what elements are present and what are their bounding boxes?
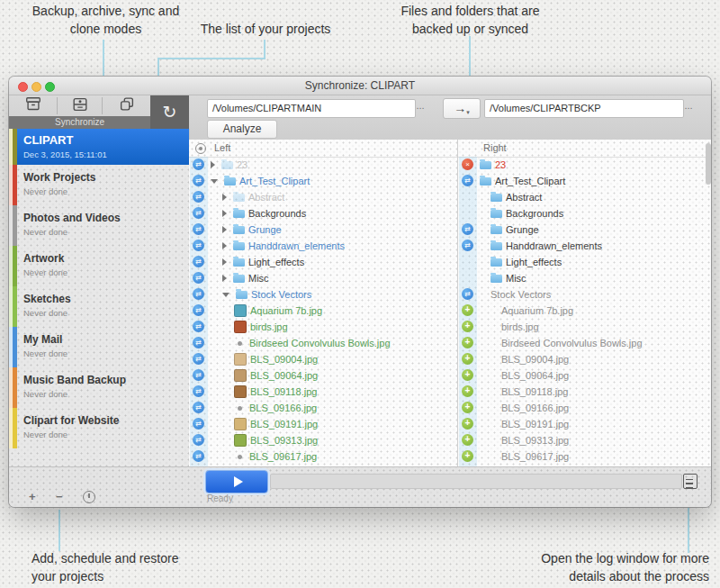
sidebar-project-artwork[interactable]: ArtworkNever done xyxy=(9,246,189,286)
left-file-row[interactable]: ⇄BLS_09118.jpg xyxy=(189,384,457,400)
add-status-icon[interactable]: + xyxy=(462,353,473,365)
add-status-icon[interactable]: + xyxy=(462,402,473,413)
sync-status-icon[interactable]: ⇄ xyxy=(193,434,204,446)
right-file-row[interactable]: +BLS_09064.jpg xyxy=(458,367,711,384)
left-file-row[interactable]: ⇄23 xyxy=(189,157,457,173)
right-file-row[interactable]: Backgrounds xyxy=(458,205,711,222)
left-file-row[interactable]: ⇄BLS_09617.jpg xyxy=(189,448,457,465)
right-file-row[interactable]: ×23 xyxy=(458,157,711,173)
sidebar-project-clipart-for-website[interactable]: Clipart for WebsiteNever done xyxy=(9,408,189,448)
left-file-row[interactable]: ⇄Light_effects xyxy=(189,254,457,270)
sidebar-project-clipart[interactable]: CLIPARTDec 3, 2015, 15:11:01 xyxy=(9,129,189,165)
right-file-row[interactable]: +BLS_09191.jpg xyxy=(458,416,711,432)
synchronize-mode-button[interactable]: ↻ xyxy=(150,95,189,129)
sidebar-project-my-mail[interactable]: My MailNever done xyxy=(9,327,189,367)
right-file-row[interactable]: ⇄Handdrawn_elements xyxy=(458,238,711,254)
scrollbar-thumb[interactable] xyxy=(706,143,711,185)
sync-status-icon[interactable]: ⇄ xyxy=(193,369,204,381)
disclosure-triangle[interactable] xyxy=(211,179,218,184)
left-file-row[interactable]: ⇄Stock Vectors xyxy=(189,286,457,303)
gear-icon[interactable] xyxy=(195,143,206,154)
right-file-row[interactable]: Misc xyxy=(458,270,711,286)
run-sync-button[interactable] xyxy=(205,470,268,493)
right-file-row[interactable]: +BLS_09617.jpg xyxy=(458,448,711,465)
left-file-row[interactable]: ⇄BLS_09064.jpg xyxy=(189,367,457,384)
disclosure-triangle[interactable] xyxy=(222,258,227,266)
right-file-row[interactable]: ⇄Art_Test_Clipart xyxy=(458,173,711,189)
disclosure-triangle[interactable] xyxy=(222,194,227,201)
disclosure-triangle[interactable] xyxy=(222,293,230,297)
left-file-row[interactable]: ⇄Art_Test_Clipart xyxy=(189,173,457,189)
sync-status-icon[interactable]: ⇄ xyxy=(193,321,204,332)
sync-status-icon[interactable]: ⇄ xyxy=(193,207,204,219)
sync-status-icon[interactable]: ⇄ xyxy=(193,191,204,203)
sync-status-icon[interactable]: ⇄ xyxy=(193,418,204,430)
add-status-icon[interactable]: + xyxy=(462,385,473,397)
title-bar[interactable]: Synchronize: CLIPART xyxy=(9,77,711,95)
add-status-icon[interactable]: + xyxy=(462,369,473,381)
sync-status-icon[interactable]: ⇄ xyxy=(462,240,473,251)
right-file-row[interactable]: +Birdseed Convolvulus Bowls.jpg xyxy=(458,335,711,351)
left-file-row[interactable]: ⇄Backgrounds xyxy=(189,205,457,222)
left-file-row[interactable]: ⇄Abstract xyxy=(189,189,457,205)
add-status-icon[interactable]: + xyxy=(462,337,473,348)
sync-status-icon[interactable]: ⇄ xyxy=(193,175,204,186)
left-file-row[interactable]: ⇄Grunge xyxy=(189,222,457,238)
sync-status-icon[interactable]: ⇄ xyxy=(193,385,204,397)
sync-status-icon[interactable]: ⇄ xyxy=(462,223,473,235)
disclosure-triangle[interactable] xyxy=(222,242,227,249)
archive-mode-button[interactable] xyxy=(58,95,102,116)
right-file-row[interactable]: +BLS_09313.jpg xyxy=(458,432,711,448)
log-window-icon[interactable] xyxy=(683,474,698,489)
right-file-row[interactable]: Light_effects xyxy=(458,254,711,270)
right-file-row[interactable]: ⇄Grunge xyxy=(458,222,711,238)
sync-status-icon[interactable]: ⇄ xyxy=(193,337,204,348)
left-file-row[interactable]: ⇄Aquarium 7b.jpg xyxy=(189,303,457,319)
right-file-row[interactable]: +Aquarium 7b.jpg xyxy=(458,303,711,319)
right-file-row[interactable]: ⇄Stock Vectors xyxy=(458,286,711,303)
sync-status-icon[interactable]: ⇄ xyxy=(193,402,204,413)
disclosure-triangle[interactable] xyxy=(211,161,215,168)
add-status-icon[interactable]: + xyxy=(462,450,473,462)
sync-status-icon[interactable]: ⇄ xyxy=(193,450,204,462)
sync-status-icon[interactable]: ⇄ xyxy=(462,175,473,186)
analyze-button[interactable]: Analyze xyxy=(207,120,277,139)
right-browse-button[interactable]: ... xyxy=(680,101,697,114)
add-status-icon[interactable]: + xyxy=(462,418,473,430)
disclosure-triangle[interactable] xyxy=(222,210,227,217)
disclosure-triangle[interactable] xyxy=(222,275,227,282)
error-status-icon[interactable]: × xyxy=(462,158,473,170)
add-status-icon[interactable]: + xyxy=(462,434,473,446)
left-file-row[interactable]: ⇄Misc xyxy=(189,270,457,286)
left-file-row[interactable]: ⇄BLS_09166.jpg xyxy=(189,400,457,416)
left-file-row[interactable]: ⇄Handdrawn_elements xyxy=(189,238,457,254)
sync-status-icon[interactable]: ⇄ xyxy=(193,256,204,267)
sidebar-project-sketches[interactable]: SketchesNever done xyxy=(9,286,189,327)
add-status-icon[interactable]: + xyxy=(462,304,473,316)
right-path-field[interactable]: /Volumes/CLIPARTBCKP xyxy=(484,99,684,118)
right-file-row[interactable]: +BLS_09004.jpg xyxy=(458,351,711,367)
left-browse-button[interactable]: ... xyxy=(412,101,428,114)
disclosure-triangle[interactable] xyxy=(222,226,227,233)
left-path-field[interactable]: /Volumes/CLIPARTMAIN xyxy=(207,99,416,118)
left-file-row[interactable]: ⇄Birdseed Convolvulus Bowls.jpg xyxy=(189,335,457,351)
sync-status-icon[interactable]: ⇄ xyxy=(193,158,204,170)
right-file-row[interactable]: +birds.jpg xyxy=(458,319,711,335)
right-file-row[interactable]: +BLS_09166.jpg xyxy=(458,400,711,416)
left-file-row[interactable]: ⇄BLS_09004.jpg xyxy=(189,351,457,367)
sync-status-icon[interactable]: ⇄ xyxy=(193,223,204,235)
sync-status-icon[interactable]: ⇄ xyxy=(193,288,204,300)
right-file-row[interactable]: +BLS_09118.jpg xyxy=(458,384,711,400)
sync-status-icon[interactable]: ⇄ xyxy=(193,272,204,284)
schedule-clock-icon[interactable] xyxy=(83,491,95,503)
add-project-button[interactable]: + xyxy=(29,490,36,503)
sidebar-project-music-band-backup[interactable]: Music Band BackupNever done xyxy=(9,367,189,408)
sync-status-icon[interactable]: ⇄ xyxy=(193,304,204,316)
backup-mode-button[interactable] xyxy=(9,95,57,116)
sync-status-icon[interactable]: ⇄ xyxy=(193,353,204,365)
sync-direction-button[interactable]: →▾ xyxy=(443,98,481,119)
left-file-row[interactable]: ⇄BLS_09191.jpg xyxy=(189,416,457,432)
right-file-row[interactable]: Abstract xyxy=(458,189,711,205)
left-file-row[interactable]: ⇄birds.jpg xyxy=(189,319,457,335)
sidebar-project-photos-and-videos[interactable]: Photos and VideosNever done xyxy=(9,205,189,246)
